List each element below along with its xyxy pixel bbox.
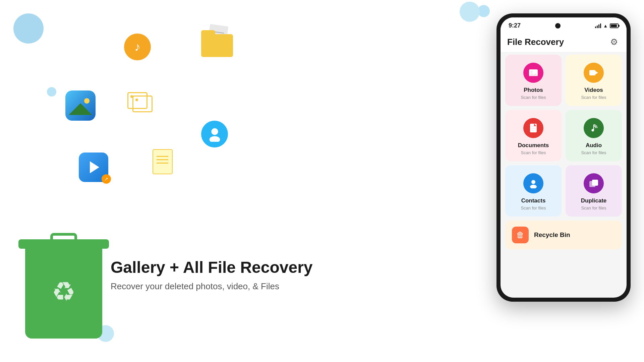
photo-app-icon [65, 90, 96, 121]
svg-point-0 [211, 128, 218, 135]
phone-mockup: 9:27 ▲ File Recovery [496, 13, 637, 349]
recycle-bin-icon: 🗑 [512, 227, 529, 243]
videos-icon [584, 63, 604, 83]
settings-button[interactable]: ⚙ [608, 36, 620, 48]
signal-icon [595, 23, 601, 28]
photos-sub: Scan for files [521, 95, 546, 100]
image-frames-icon [127, 92, 154, 116]
duplicate-sub: Scan for files [581, 205, 606, 210]
documents-sub: Scan for files [521, 150, 546, 155]
grid-item-documents[interactable]: Documents Scan for files [505, 110, 562, 161]
wifi-icon: ▲ [603, 23, 608, 28]
contacts-icon [523, 173, 543, 193]
audio-sub: Scan for files [581, 150, 606, 155]
status-time: 9:27 [509, 22, 521, 29]
video-play-icon: ↗ [79, 153, 108, 182]
photos-icon [523, 63, 543, 83]
music-icon [124, 34, 151, 60]
documents-label: Documents [518, 142, 549, 149]
videos-sub: Scan for files [581, 95, 606, 100]
status-bar: 9:27 ▲ [501, 17, 627, 32]
documents-icon [523, 118, 543, 138]
grid-item-contacts[interactable]: Contacts Scan for files [505, 165, 562, 217]
battery-icon [610, 23, 619, 28]
contacts-label: Contacts [521, 197, 546, 204]
hero-title: Gallery + All File Recovery [111, 258, 313, 277]
svg-rect-5 [589, 70, 595, 75]
recycle-bin-label: Recycle Bin [534, 231, 570, 239]
grid-item-audio[interactable]: Audio Scan for files [566, 110, 622, 161]
videos-label: Videos [584, 87, 603, 94]
phone-screen: 9:27 ▲ File Recovery [501, 17, 627, 298]
svg-point-3 [531, 71, 533, 73]
svg-point-1 [209, 136, 220, 142]
document-icon [153, 149, 174, 176]
hero-subtitle: Recover your deleted photos, video, & Fi… [111, 281, 313, 292]
gear-icon: ⚙ [610, 37, 618, 47]
duplicate-label: Duplicate [581, 197, 607, 204]
grid-item-duplicate[interactable]: Duplicate Scan for files [566, 165, 622, 217]
grid-item-photos[interactable]: Photos Scan for files [505, 55, 562, 106]
svg-point-11 [591, 129, 594, 131]
audio-icon [584, 118, 604, 138]
svg-point-13 [530, 185, 537, 188]
trash-icon: 🗑 [516, 230, 524, 240]
hero-text-block: Gallery + All File Recovery Recover your… [111, 258, 313, 292]
left-section: ↗ ♻ Gallery + All File Recovery Recover … [0, 0, 322, 362]
grid-item-videos[interactable]: Videos Scan for files [566, 55, 622, 106]
app-header: File Recovery ⚙ [501, 32, 627, 52]
trash-bin-illustration: ♻ [18, 225, 112, 339]
contacts-sub: Scan for files [521, 205, 546, 210]
recovery-grid: Photos Scan for files Videos Scan for fi… [501, 52, 627, 219]
folder-icon [201, 30, 233, 57]
svg-marker-6 [595, 71, 598, 74]
decorative-circle-2 [47, 87, 56, 97]
decorative-circle-1 [13, 13, 44, 44]
audio-label: Audio [586, 142, 602, 149]
person-icon [201, 121, 228, 147]
photos-label: Photos [524, 87, 543, 94]
status-icons: ▲ [595, 23, 619, 28]
recycle-bin-row[interactable]: 🗑 Recycle Bin [505, 221, 622, 249]
app-title: File Recovery [507, 37, 564, 47]
phone-outer: 9:27 ▲ File Recovery [496, 13, 631, 302]
svg-rect-15 [592, 180, 598, 186]
camera-dot [555, 23, 561, 28]
duplicate-icon [584, 173, 604, 193]
deco-circle-tr2 [460, 2, 480, 22]
svg-point-12 [531, 180, 535, 184]
